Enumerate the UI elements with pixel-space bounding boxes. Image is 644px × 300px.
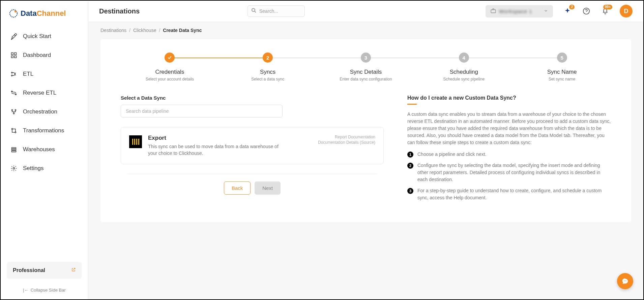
topbar: Destinations Workspace 1 2 [88, 1, 643, 22]
svg-rect-20 [491, 10, 496, 13]
svg-point-6 [11, 72, 12, 73]
rocket-icon [10, 33, 18, 40]
orchestration-icon [10, 108, 18, 115]
svg-point-18 [13, 168, 15, 169]
collapse-sidebar[interactable]: |← Collapse Side Bar [1, 283, 88, 299]
nav-dashboard[interactable]: Dashboard [4, 47, 85, 64]
notifications-badge: 99+ [603, 5, 612, 9]
reverse-etl-icon [10, 89, 18, 97]
help-intro: A custom data sync enables you to stream… [407, 111, 611, 146]
step-title: Sync Name [513, 69, 611, 75]
help-step-text: Configure the sync by selecting the data… [417, 162, 611, 183]
step-sync-name: 5 Sync Name Set sync name [513, 53, 611, 81]
help-button[interactable] [582, 7, 591, 15]
report-documentation-link[interactable]: Report Documentation [318, 135, 375, 139]
nav-label: ETL [23, 71, 33, 77]
help-step-text: Choose a pipeline and click next. [417, 151, 487, 158]
svg-point-24 [626, 280, 626, 281]
global-search-wrap [247, 5, 305, 17]
sync-card-export[interactable]: Export This sync can be used to move dat… [121, 127, 384, 164]
breadcrumb: Destinations / Clickhouse / Create Data … [88, 22, 643, 39]
search-icon [251, 7, 257, 15]
step-desc: Select a data sync [219, 77, 317, 81]
nav-quick-start[interactable]: Quick Start [4, 28, 85, 45]
pipeline-search-input[interactable] [121, 105, 283, 118]
svg-rect-15 [11, 147, 16, 148]
svg-rect-2 [11, 53, 13, 55]
step-number: 4 [459, 53, 469, 63]
help-step-text: For a step-by-step guide to understand h… [417, 187, 611, 201]
step-syncs[interactable]: 2 Syncs Select a data sync [219, 53, 317, 81]
crumb-destinations[interactable]: Destinations [100, 28, 126, 33]
step-bullet: 3 [407, 188, 413, 194]
svg-point-7 [11, 75, 12, 76]
sparkle-button[interactable]: 2 [563, 7, 572, 15]
nav-etl[interactable]: ETL [4, 66, 85, 82]
nav-transformations[interactable]: Transformations [4, 122, 85, 139]
chat-icon [621, 277, 629, 285]
main: Destinations Workspace 1 2 [88, 1, 643, 299]
step-bullet: 2 [407, 163, 413, 169]
svg-point-9 [15, 94, 16, 95]
back-button[interactable]: Back [224, 181, 251, 195]
svg-point-8 [11, 91, 12, 92]
workspace-name: Workspace 1 [499, 8, 532, 14]
sidebar: DataChannel Quick Start Dashboard ETL Re… [1, 1, 88, 299]
etl-icon [10, 70, 18, 78]
nav-label: Reverse ETL [23, 90, 56, 96]
sparkle-badge: 2 [569, 5, 575, 9]
page-title: Destinations [99, 7, 241, 15]
nav-reverse-etl[interactable]: Reverse ETL [4, 85, 85, 101]
nav-orchestration[interactable]: Orchestration [4, 103, 85, 120]
logo-text-data: Data [21, 9, 37, 18]
help-steps-list: 1Choose a pipeline and click next. 2Conf… [407, 151, 611, 201]
transformations-icon [10, 127, 18, 134]
workspace-selector[interactable]: Workspace 1 [486, 5, 553, 18]
notifications-button[interactable]: 99+ [601, 7, 610, 15]
grid-icon [10, 52, 18, 59]
step-sync-details: 3 Sync Details Enter data sync configura… [317, 53, 415, 81]
avatar[interactable]: D [620, 5, 633, 18]
step-title: Syncs [219, 69, 317, 75]
avatar-initial: D [624, 8, 628, 15]
nav-warehouses[interactable]: Warehouses [4, 141, 85, 158]
step-desc: Enter data sync configuration [317, 77, 415, 81]
collapse-label: Collapse Side Bar [31, 288, 66, 293]
plan-box[interactable]: Professional [7, 262, 82, 279]
svg-point-23 [625, 280, 625, 281]
help-step: 1Choose a pipeline and click next. [407, 151, 611, 158]
step-title: Sync Details [317, 69, 415, 75]
crumb-clickhouse[interactable]: Clickhouse [133, 28, 156, 33]
briefcase-icon [490, 8, 496, 15]
logo[interactable]: DataChannel [1, 9, 88, 28]
documentation-details-link[interactable]: Documentation Details (Source) [318, 140, 375, 145]
help-step: 3For a step-by-step guide to understand … [407, 187, 611, 201]
external-link-icon [71, 267, 76, 273]
clickhouse-icon [129, 135, 142, 148]
gear-icon [10, 165, 18, 172]
plan-label: Professional [13, 267, 45, 273]
logo-text-channel: Channel [37, 9, 66, 18]
breadcrumb-sep: / [129, 28, 130, 33]
next-button[interactable]: Next [255, 181, 281, 195]
chat-fab[interactable] [617, 273, 633, 289]
step-desc: Select your account details [121, 77, 219, 81]
step-credentials[interactable]: Credentials Select your account details [121, 53, 219, 81]
svg-point-11 [15, 109, 16, 110]
select-data-sync-label: Select a Data Sync [121, 95, 384, 101]
step-number: 3 [361, 53, 371, 63]
crumb-create-data-sync: Create Data Sync [163, 28, 202, 33]
svg-point-10 [11, 109, 12, 110]
help-title: How do I create a new Custom Data Sync? [407, 95, 611, 101]
breadcrumb-sep: / [159, 28, 160, 33]
help-step: 2Configure the sync by selecting the dat… [407, 162, 611, 183]
sync-card-desc: This sync can be used to move data from … [148, 143, 283, 157]
step-desc: Schedule sync pipeline [415, 77, 513, 81]
nav-label: Dashboard [23, 52, 51, 59]
wizard-nav-buttons: Back Next [121, 181, 384, 195]
step-title: Credentials [121, 69, 219, 75]
svg-point-14 [15, 132, 16, 133]
nav-settings[interactable]: Settings [4, 160, 85, 177]
nav-label: Orchestration [23, 108, 57, 115]
help-panel: How do I create a new Custom Data Sync? … [407, 95, 611, 205]
